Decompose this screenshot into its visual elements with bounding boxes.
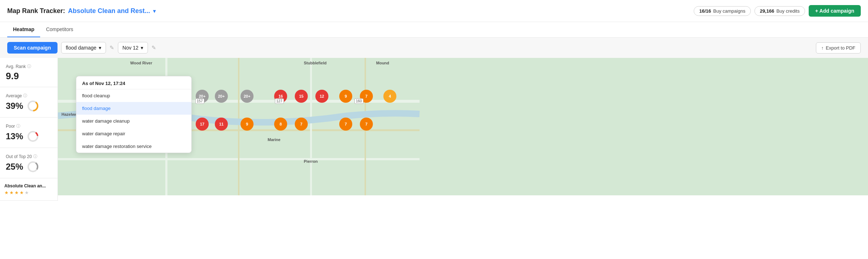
route-157: 157 bbox=[195, 98, 204, 104]
avg-rank-label: Avg. Rank ⓘ bbox=[6, 64, 52, 69]
poor-donut-chart bbox=[27, 130, 39, 143]
out-top20-value: 25% bbox=[6, 162, 23, 172]
star-5: ★ bbox=[25, 190, 29, 195]
business-rating: ★ ★ ★ ★ ★ bbox=[4, 190, 53, 195]
rank-circle-15[interactable]: 9 bbox=[241, 118, 254, 131]
main-content: As of Nov 12, 17:24 flood cleanup flood … bbox=[0, 58, 868, 201]
rank-circle-8[interactable]: 9 bbox=[339, 90, 352, 103]
label-wood-river: Wood River bbox=[130, 61, 152, 65]
label-marine: Marine bbox=[268, 137, 280, 142]
tab-competitors[interactable]: Competitors bbox=[40, 22, 79, 37]
average-value: 39% bbox=[6, 101, 23, 111]
average-donut-chart bbox=[27, 100, 39, 112]
poor-value: 13% bbox=[6, 131, 23, 141]
poor-label: Poor ⓘ bbox=[6, 123, 52, 129]
export-icon: ↑ bbox=[821, 45, 824, 51]
credits-count: 29,166 bbox=[760, 8, 774, 14]
rank-circle-13[interactable]: 17 bbox=[196, 118, 209, 131]
dropdown-item-2[interactable]: water damage cleanup bbox=[76, 115, 191, 127]
add-campaign-button[interactable]: + Add campaign bbox=[809, 5, 861, 17]
rank-circle-4[interactable]: 20+ bbox=[241, 90, 254, 103]
date-chevron-icon: ▾ bbox=[141, 45, 143, 51]
label-mound: Mound bbox=[376, 61, 389, 65]
dropdown-item-0[interactable]: flood cleanup bbox=[76, 89, 191, 102]
scan-campaign-button[interactable]: Scan campaign bbox=[7, 42, 58, 54]
buy-campaigns-button[interactable]: 16/16 Buy campaigns bbox=[694, 6, 750, 16]
add-campaign-label: + Add campaign bbox=[815, 8, 854, 14]
route-160: 160 bbox=[354, 98, 363, 104]
tabs-bar: Heatmap Competitors bbox=[0, 22, 868, 38]
keyword-dropdown[interactable]: flood damage ▾ bbox=[61, 42, 106, 54]
out-top20-donut-chart bbox=[27, 161, 39, 173]
export-label: Export to PDF bbox=[826, 45, 855, 51]
avg-rank-value: 9.9 bbox=[6, 71, 52, 82]
star-1: ★ bbox=[4, 190, 9, 195]
out-top20-card: Out of Top 20 ⓘ 25% bbox=[0, 148, 58, 178]
poor-card: Poor ⓘ 13% bbox=[0, 118, 58, 148]
rank-circle-14[interactable]: 11 bbox=[215, 118, 228, 131]
app-title: Map Rank Tracker: bbox=[7, 7, 65, 15]
out-top20-label: Out of Top 20 ⓘ bbox=[6, 154, 52, 159]
header-right: 16/16 Buy campaigns 29,166 Buy credits +… bbox=[694, 5, 861, 17]
left-panel: Avg. Rank ⓘ 9.9 Average ⓘ 39% Poor ⓘ bbox=[0, 58, 58, 201]
rank-circle-18[interactable]: 7 bbox=[339, 118, 352, 131]
dropdown-header: As of Nov 12, 17:24 bbox=[76, 76, 191, 89]
keyword-chevron-icon: ▾ bbox=[99, 45, 101, 51]
route-127: 127 bbox=[275, 98, 284, 104]
label-stubblefield: Stubblefield bbox=[304, 61, 327, 65]
business-name: Absolute Clean an... bbox=[4, 183, 53, 188]
date-edit-icon[interactable]: ✎ bbox=[152, 44, 156, 51]
keyword-edit-icon[interactable]: ✎ bbox=[110, 44, 114, 51]
poor-info-icon: ⓘ bbox=[16, 123, 20, 129]
toolbar: Scan campaign flood damage ▾ ✎ Nov 12 ▾ … bbox=[0, 38, 868, 58]
campaign-count: 16/16 bbox=[699, 8, 711, 14]
dropdown-item-4[interactable]: water damage restoration service bbox=[76, 140, 191, 153]
page-header: Map Rank Tracker: Absolute Clean and Res… bbox=[0, 0, 868, 22]
label-pierron: Pierron bbox=[304, 159, 318, 164]
title-chevron-icon[interactable]: ▾ bbox=[153, 8, 156, 14]
rank-circle-19[interactable]: 7 bbox=[360, 118, 373, 131]
business-card: Absolute Clean an... ★ ★ ★ ★ ★ bbox=[0, 178, 58, 201]
tab-heatmap[interactable]: Heatmap bbox=[7, 22, 40, 37]
rank-circle-10[interactable]: 4 bbox=[383, 90, 396, 103]
rank-circle-17[interactable]: 7 bbox=[295, 118, 308, 131]
dropdown-item-3[interactable]: water damage repair bbox=[76, 127, 191, 140]
average-info-icon: ⓘ bbox=[23, 93, 27, 98]
buy-campaigns-label: Buy campaigns bbox=[713, 8, 745, 14]
avg-rank-info-icon: ⓘ bbox=[27, 64, 31, 69]
export-pdf-button[interactable]: ↑ Export to PDF bbox=[816, 42, 861, 54]
star-4: ★ bbox=[20, 190, 24, 195]
keyword-selected-label: flood damage bbox=[66, 45, 97, 51]
star-2: ★ bbox=[9, 190, 14, 195]
date-selected-label: Nov 12 bbox=[123, 45, 139, 51]
average-card: Average ⓘ 39% bbox=[0, 87, 58, 118]
buy-credits-button[interactable]: 29,166 Buy credits bbox=[754, 6, 805, 16]
avg-rank-card: Avg. Rank ⓘ 9.9 bbox=[0, 58, 58, 87]
header-left: Map Rank Tracker: Absolute Clean and Res… bbox=[7, 7, 156, 15]
out-top20-info-icon: ⓘ bbox=[33, 154, 37, 159]
star-3: ★ bbox=[14, 190, 19, 195]
buy-credits-label: Buy credits bbox=[776, 8, 800, 14]
rank-circle-3[interactable]: 20+ bbox=[215, 90, 228, 103]
rank-circle-16[interactable]: 8 bbox=[274, 118, 287, 131]
date-dropdown[interactable]: Nov 12 ▾ bbox=[118, 42, 148, 54]
dropdown-item-1[interactable]: flood damage bbox=[76, 102, 191, 115]
average-label: Average ⓘ bbox=[6, 93, 52, 98]
campaign-name[interactable]: Absolute Clean and Rest... bbox=[68, 7, 150, 15]
rank-circle-7[interactable]: 12 bbox=[315, 90, 328, 103]
keyword-dropdown-menu: As of Nov 12, 17:24 flood cleanup flood … bbox=[76, 76, 192, 153]
rank-circle-6[interactable]: 15 bbox=[295, 90, 308, 103]
